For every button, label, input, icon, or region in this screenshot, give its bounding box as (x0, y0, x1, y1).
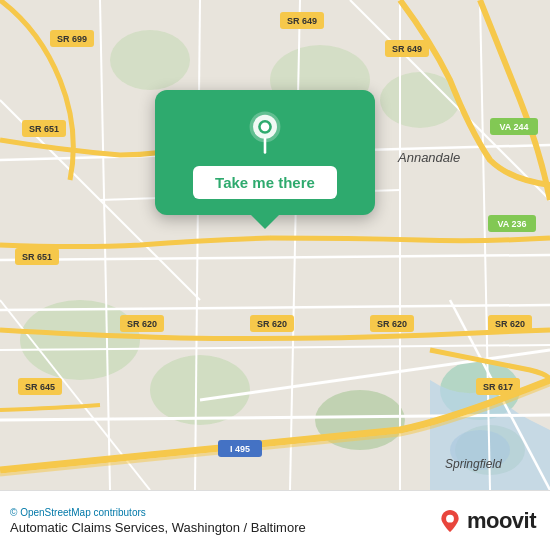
svg-point-2 (150, 355, 250, 425)
svg-text:SR 617: SR 617 (483, 382, 513, 392)
svg-text:SR 651: SR 651 (29, 124, 59, 134)
bottom-left-info: © OpenStreetMap contributors Automatic C… (10, 507, 306, 535)
moovit-pin-icon (439, 510, 461, 532)
moovit-logo: moovit (439, 508, 536, 534)
osm-credit: © OpenStreetMap contributors (10, 507, 306, 518)
map-container: SR 649 SR 649 SR 699 SR 651 VA 22 VA 244… (0, 0, 550, 490)
svg-text:I 495: I 495 (230, 444, 250, 454)
map-background: SR 649 SR 649 SR 699 SR 651 VA 22 VA 244… (0, 0, 550, 490)
svg-text:Springfield: Springfield (445, 457, 502, 471)
svg-text:SR 620: SR 620 (127, 319, 157, 329)
location-title: Automatic Claims Services, Washington / … (10, 520, 306, 535)
svg-point-1 (20, 300, 140, 380)
bottom-bar: © OpenStreetMap contributors Automatic C… (0, 490, 550, 550)
svg-text:Annandale: Annandale (397, 150, 460, 165)
svg-point-61 (261, 123, 270, 132)
svg-text:VA 244: VA 244 (499, 122, 528, 132)
svg-point-62 (446, 514, 454, 522)
svg-text:VA 236: VA 236 (497, 219, 526, 229)
svg-text:SR 699: SR 699 (57, 34, 87, 44)
svg-text:SR 645: SR 645 (25, 382, 55, 392)
take-me-there-button[interactable]: Take me there (193, 166, 337, 199)
svg-text:SR 649: SR 649 (287, 16, 317, 26)
svg-text:SR 620: SR 620 (495, 319, 525, 329)
osm-credit-text: © OpenStreetMap contributors (10, 507, 146, 518)
svg-text:SR 620: SR 620 (377, 319, 407, 329)
svg-point-6 (110, 30, 190, 90)
svg-text:SR 651: SR 651 (22, 252, 52, 262)
location-popup: Take me there (155, 90, 375, 215)
location-pin-icon (241, 108, 289, 156)
svg-text:SR 620: SR 620 (257, 319, 287, 329)
moovit-brand-text: moovit (467, 508, 536, 534)
svg-text:SR 649: SR 649 (392, 44, 422, 54)
